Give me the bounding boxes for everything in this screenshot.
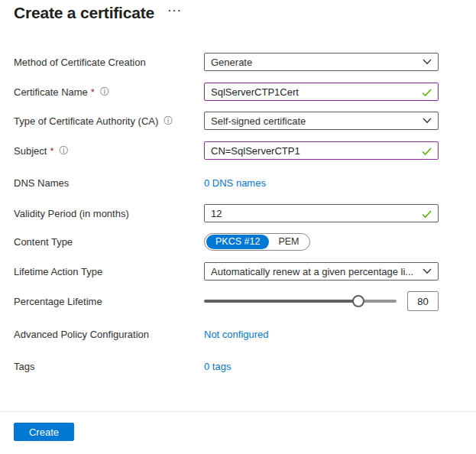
content-type-option-pem[interactable]: PEM: [269, 235, 308, 249]
percentage-lifetime-input[interactable]: [407, 291, 439, 311]
create-button[interactable]: Create: [14, 423, 74, 441]
row-validity-period: Validity Period (in months): [14, 204, 476, 222]
info-icon[interactable]: ⓘ: [100, 87, 109, 96]
row-advanced-policy: Advanced Policy Configuration Not config…: [14, 328, 476, 340]
percentage-lifetime-label: Percentage Lifetime: [14, 296, 204, 307]
dropdown-value: Generate: [211, 57, 252, 68]
subject-input[interactable]: [211, 145, 432, 157]
required-asterisk: *: [91, 86, 95, 98]
method-of-creation-dropdown[interactable]: Generate: [204, 53, 439, 71]
required-asterisk: *: [50, 145, 53, 157]
row-certificate-name: Certificate Name * ⓘ: [14, 83, 476, 101]
method-of-creation-label: Method of Certificate Creation: [14, 57, 204, 68]
slider-thumb[interactable]: [352, 295, 364, 307]
valid-check-icon: [422, 147, 432, 158]
certificate-name-field: [204, 83, 439, 101]
percentage-lifetime-slider[interactable]: [204, 295, 397, 307]
certificate-name-label: Certificate Name * ⓘ: [14, 86, 204, 98]
more-options-ellipsis-icon[interactable]: ···: [168, 5, 183, 16]
content-type-option-pkcs12[interactable]: PKCS #12: [206, 235, 269, 249]
row-dns-names: DNS Names 0 DNS names: [14, 177, 476, 189]
validity-period-input[interactable]: [211, 208, 432, 219]
tags-link[interactable]: 0 tags: [204, 361, 231, 372]
row-method-of-creation: Method of Certificate Creation Generate: [14, 53, 476, 71]
page-footer: Create: [0, 412, 476, 441]
validity-period-field: [204, 204, 439, 222]
subject-field: [204, 141, 439, 160]
row-percentage-lifetime: Percentage Lifetime: [14, 291, 476, 311]
dropdown-value: Self-signed certificate: [211, 115, 306, 127]
certificate-name-input[interactable]: [211, 86, 432, 98]
valid-check-icon: [422, 209, 432, 221]
dns-names-label: DNS Names: [14, 177, 204, 189]
slider-track-filled: [204, 300, 358, 303]
page-title: Create a certificate: [14, 4, 154, 22]
ca-type-label: Type of Certificate Authority (CA) ⓘ: [14, 115, 204, 127]
chevron-down-icon: [423, 118, 432, 124]
advanced-policy-control: Not configured: [204, 329, 439, 340]
lifetime-action-label: Lifetime Action Type: [14, 266, 204, 277]
content-type-label: Content Type: [14, 236, 204, 248]
chevron-down-icon: [423, 59, 432, 65]
subject-label: Subject * ⓘ: [14, 145, 204, 157]
advanced-policy-link[interactable]: Not configured: [204, 329, 269, 340]
certificate-form: Method of Certificate Creation Generate …: [14, 53, 476, 372]
valid-check-icon: [422, 88, 432, 99]
chevron-down-icon: [423, 268, 432, 274]
row-lifetime-action: Lifetime Action Type Automatically renew…: [14, 262, 476, 281]
advanced-policy-label: Advanced Policy Configuration: [14, 329, 204, 340]
row-subject: Subject * ⓘ: [14, 141, 476, 160]
dropdown-value: Automatically renew at a given percentag…: [211, 266, 413, 277]
row-ca-type: Type of Certificate Authority (CA) ⓘ Sel…: [14, 112, 476, 130]
content-type-toggle: PKCS #12 PEM: [204, 233, 310, 251]
info-icon[interactable]: ⓘ: [59, 146, 68, 155]
content-type-control: PKCS #12 PEM: [204, 233, 310, 251]
percentage-lifetime-control: [204, 291, 439, 311]
dns-names-control: 0 DNS names: [204, 177, 439, 189]
ca-type-dropdown[interactable]: Self-signed certificate: [204, 112, 439, 130]
lifetime-action-dropdown[interactable]: Automatically renew at a given percentag…: [204, 262, 439, 281]
page-header: Create a certificate ···: [0, 0, 476, 22]
tags-control: 0 tags: [204, 361, 439, 372]
row-tags: Tags 0 tags: [14, 360, 476, 372]
info-icon[interactable]: ⓘ: [164, 116, 173, 125]
tags-label: Tags: [14, 361, 204, 372]
validity-period-label: Validity Period (in months): [14, 208, 204, 219]
row-content-type: Content Type PKCS #12 PEM: [14, 233, 476, 251]
dns-names-link[interactable]: 0 DNS names: [204, 177, 266, 189]
